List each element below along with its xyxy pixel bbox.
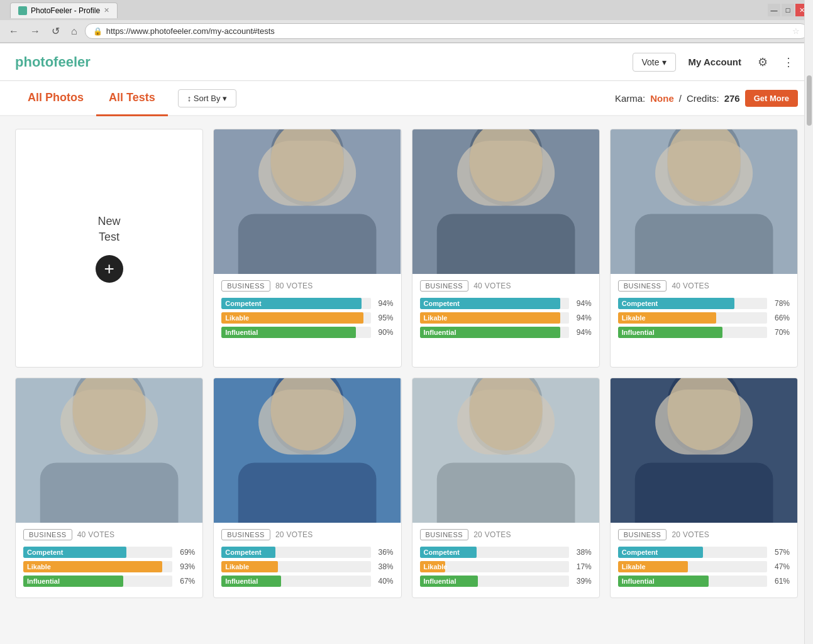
cards-grid: New Test + BUSINESS 80 VOTES bbox=[15, 129, 798, 598]
influential-bar-row: Influential 61% bbox=[618, 576, 790, 587]
influential-bar-track: Influential bbox=[23, 576, 172, 587]
photo-card[interactable]: BUSINESS 40 VOTES Competent 69% Likable … bbox=[15, 378, 203, 598]
get-more-button[interactable]: Get More bbox=[745, 90, 798, 107]
likable-bar-track: Likable bbox=[618, 312, 767, 324]
card-meta: BUSINESS 20 VOTES bbox=[611, 523, 797, 543]
menu-icon[interactable]: ⋮ bbox=[779, 53, 798, 72]
influential-bar-track: Influential bbox=[221, 327, 370, 338]
svg-rect-7 bbox=[436, 214, 575, 274]
competent-bar-fill: Competent bbox=[221, 547, 275, 558]
likable-bar-row: Likable 95% bbox=[221, 312, 393, 324]
tab-favicon bbox=[18, 6, 27, 15]
competent-bar-row: Competent 69% bbox=[23, 547, 195, 558]
app-header: photofeeler Vote ▾ My Account ⚙ ⋮ bbox=[0, 43, 813, 81]
competent-bar-fill: Competent bbox=[618, 547, 703, 558]
influential-bar-fill: Influential bbox=[618, 327, 722, 338]
votes-count: 80 VOTES bbox=[275, 281, 313, 290]
competent-pct: 94% bbox=[572, 299, 592, 308]
settings-icon[interactable]: ⚙ bbox=[754, 53, 772, 72]
my-account-button[interactable]: My Account bbox=[683, 53, 746, 71]
photo-card[interactable]: BUSINESS 40 VOTES Competent 94% Likable … bbox=[412, 129, 600, 368]
credits-value: 276 bbox=[724, 93, 740, 104]
likable-pct: 38% bbox=[373, 562, 394, 571]
influential-pct: 70% bbox=[770, 328, 790, 337]
business-badge: BUSINESS bbox=[221, 280, 270, 292]
likable-bar-track: Likable bbox=[221, 312, 370, 324]
influential-bar-fill: Influential bbox=[221, 327, 356, 338]
influential-pct: 94% bbox=[572, 328, 592, 337]
votes-count: 20 VOTES bbox=[473, 530, 511, 539]
influential-pct: 39% bbox=[572, 577, 592, 586]
person-photo bbox=[412, 129, 599, 274]
logo-feeler: feeler bbox=[53, 54, 91, 70]
bars: Competent 36% Likable 38% Influential bbox=[214, 543, 401, 598]
logo-photo: photo bbox=[15, 54, 53, 70]
votes-count: 20 VOTES bbox=[672, 530, 709, 539]
business-badge: BUSINESS bbox=[420, 280, 469, 292]
card-meta: BUSINESS 40 VOTES bbox=[16, 523, 202, 543]
likable-bar-track: Likable bbox=[23, 561, 172, 572]
tab-all-tests[interactable]: All Tests bbox=[96, 81, 168, 116]
photo-card[interactable]: BUSINESS 20 VOTES Competent 38% Likable … bbox=[412, 378, 600, 598]
competent-bar-row: Competent 38% bbox=[420, 547, 592, 558]
scrollbar-thumb[interactable] bbox=[807, 75, 812, 126]
likable-bar-row: Likable 94% bbox=[420, 312, 592, 324]
person-photo bbox=[611, 378, 797, 523]
separator: / bbox=[679, 93, 682, 104]
new-test-card[interactable]: New Test + bbox=[15, 129, 203, 368]
add-test-icon[interactable]: + bbox=[96, 255, 123, 283]
influential-pct: 90% bbox=[373, 328, 394, 337]
business-badge: BUSINESS bbox=[618, 280, 667, 292]
photo-card[interactable]: BUSINESS 20 VOTES Competent 36% Likable … bbox=[213, 378, 401, 598]
browser-tab[interactable]: PhotoFeeler - Profile ✕ bbox=[10, 3, 118, 18]
bars: Competent 94% Likable 94% Influential bbox=[412, 294, 599, 349]
competent-bar-fill: Competent bbox=[420, 547, 477, 558]
home-button[interactable]: ⌂ bbox=[67, 25, 81, 38]
competent-bar-row: Competent 78% bbox=[618, 298, 790, 309]
competent-bar-row: Competent 94% bbox=[221, 298, 393, 309]
likable-pct: 47% bbox=[770, 562, 790, 571]
likable-pct: 93% bbox=[175, 562, 195, 571]
likable-bar-row: Likable 38% bbox=[221, 561, 393, 572]
likable-pct: 95% bbox=[373, 314, 394, 322]
influential-bar-row: Influential 90% bbox=[221, 327, 393, 338]
bookmark-icon[interactable]: ☆ bbox=[792, 26, 800, 36]
bars: Competent 78% Likable 66% Influential bbox=[611, 294, 797, 349]
competent-bar-fill: Competent bbox=[420, 298, 560, 309]
competent-bar-track: Competent bbox=[420, 298, 569, 309]
maximize-button[interactable]: □ bbox=[782, 4, 794, 16]
competent-pct: 69% bbox=[175, 548, 195, 557]
influential-bar-fill: Influential bbox=[420, 327, 560, 338]
likable-pct: 66% bbox=[770, 314, 790, 322]
reload-button[interactable]: ↺ bbox=[48, 24, 64, 38]
person-photo bbox=[611, 129, 797, 274]
competent-bar-fill: Competent bbox=[618, 298, 734, 309]
competent-bar-row: Competent 94% bbox=[420, 298, 592, 309]
tab-all-photos[interactable]: All Photos bbox=[15, 81, 96, 116]
likable-bar-row: Likable 66% bbox=[618, 312, 790, 324]
photo-card[interactable]: BUSINESS 40 VOTES Competent 78% Likable … bbox=[610, 129, 798, 368]
photo-card[interactable]: BUSINESS 80 VOTES Competent 94% Likable … bbox=[213, 129, 401, 368]
competent-bar-track: Competent bbox=[23, 547, 172, 558]
photo-card[interactable]: BUSINESS 20 VOTES Competent 57% Likable … bbox=[610, 378, 798, 598]
business-badge: BUSINESS bbox=[420, 529, 469, 540]
influential-bar-fill: Influential bbox=[420, 576, 478, 587]
scrollbar[interactable] bbox=[804, 0, 813, 611]
minimize-button[interactable]: — bbox=[768, 4, 780, 16]
tab-title: PhotoFeeler - Profile bbox=[31, 6, 100, 15]
business-badge: BUSINESS bbox=[23, 529, 72, 540]
likable-bar-fill: Likable bbox=[221, 312, 363, 324]
sort-by-button[interactable]: ↕ Sort By ▾ bbox=[178, 89, 237, 107]
card-meta: BUSINESS 80 VOTES bbox=[214, 274, 401, 294]
forward-button[interactable]: → bbox=[26, 25, 44, 38]
tab-close-icon[interactable]: ✕ bbox=[104, 6, 109, 14]
competent-pct: 57% bbox=[770, 548, 790, 557]
header-nav: Vote ▾ My Account ⚙ ⋮ bbox=[633, 53, 798, 72]
ssl-lock-icon: 🔒 bbox=[93, 27, 102, 36]
vote-button[interactable]: Vote ▾ bbox=[633, 53, 676, 72]
card-meta: BUSINESS 40 VOTES bbox=[611, 274, 797, 294]
back-button[interactable]: ← bbox=[5, 25, 23, 38]
svg-rect-22 bbox=[238, 462, 377, 523]
address-bar[interactable]: 🔒 https://www.photofeeler.com/my-account… bbox=[85, 23, 808, 39]
likable-bar-track: Likable bbox=[420, 312, 569, 324]
